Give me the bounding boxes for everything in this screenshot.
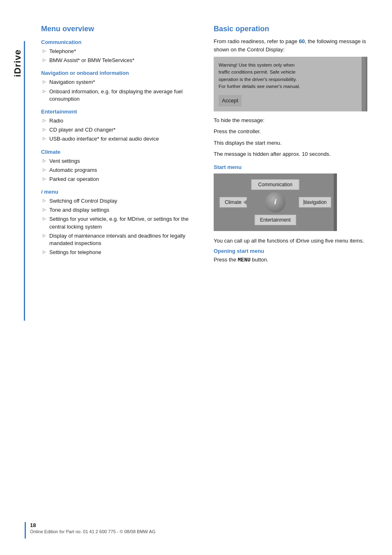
list-item-text: Navigation system* [49, 79, 197, 86]
warning-line2: traffic conditions permit. Safe vehicle [219, 69, 295, 74]
list-item: ▷ Navigation system* [43, 79, 197, 86]
warning-image-block: Warning! Use this system only when traff… [214, 57, 367, 111]
list-item-text: Display of maintenance intervals and dea… [49, 232, 197, 247]
scrollbar-tab [362, 57, 366, 111]
list-item-text: Switching off Control Display [49, 197, 197, 205]
basic-operation-title: Basic operation [214, 25, 367, 33]
left-border-decoration [24, 41, 25, 321]
bullet-icon: ▷ [43, 207, 46, 213]
bullet-icon: ▷ [43, 57, 46, 63]
auto-hide-text: The message is hidden after approx. 10 s… [214, 150, 367, 158]
list-item: ▷ Display of maintenance intervals and d… [43, 232, 197, 247]
bullet-icon: ▷ [43, 158, 46, 164]
list-item: ▷ CD player and CD changer* [43, 126, 197, 134]
imenu-list: ▷ Switching off Control Display ▷ Tone a… [43, 197, 197, 256]
start-menu-diagram: Communication Climate Navigation Enterta… [214, 173, 337, 231]
bullet-icon: ▷ [43, 249, 46, 255]
copyright-text: Online Edition for Part no. 01 41 2 600 … [30, 529, 155, 534]
bullet-icon: ▷ [43, 233, 46, 238]
list-item-text: BMW Assist* or BMW TeleServices* [49, 57, 197, 64]
arrow-left-icon [243, 199, 247, 205]
smd-entertainment-label: Entertainment [255, 215, 296, 225]
idrive-i-letter: i [274, 198, 276, 206]
bullet-icon: ▷ [43, 176, 46, 182]
page-number: 18 [30, 522, 155, 528]
left-column: Menu overview Communication ▷ Telephone*… [41, 25, 197, 268]
page-footer: 18 Online Edition for Part no. 01 41 2 6… [0, 522, 392, 539]
bullet-icon: ▷ [43, 198, 46, 204]
list-item-text: Onboard information, e.g. for displaying… [49, 88, 197, 103]
list-item-text: USB-audio interface* for external audio … [49, 135, 197, 143]
hide-message-label: To hide the message: [214, 116, 367, 125]
displays-start-menu-text: This displays the start menu. [214, 139, 367, 147]
page-container: iDrive Menu overview Communication ▷ Tel… [0, 0, 392, 555]
bullet-icon: ▷ [43, 88, 46, 94]
idrive-center-icon: i [265, 192, 286, 213]
list-item: ▷ Parked car operation [43, 176, 197, 183]
start-menu-heading: Start menu [214, 164, 367, 170]
list-item-text: Automatic programs [49, 166, 197, 174]
bullet-icon: ▷ [43, 216, 46, 222]
bullet-icon: ▷ [43, 167, 46, 173]
intro-text-before-ref: From radio readiness, refer to page [214, 38, 299, 44]
climate-list: ▷ Vent settings ▷ Automatic programs ▷ P… [43, 157, 197, 183]
idrive-vertical-label: iDrive [12, 49, 23, 77]
accept-button-visual: Accept [219, 95, 242, 106]
press-text: Press the [214, 257, 238, 263]
entertainment-list: ▷ Radio ▷ CD player and CD changer* ▷ US… [43, 117, 197, 143]
navigation-heading: Navigation or onboard information [41, 70, 197, 76]
list-item-text: Telephone* [49, 48, 197, 55]
opening-start-menu-text: Press the MENU button. [214, 256, 367, 264]
list-item: ▷ Radio [43, 117, 197, 125]
list-item: ▷ Settings for telephone [43, 249, 197, 256]
list-item: ▷ Onboard information, e.g. for displayi… [43, 88, 197, 103]
list-item: ▷ Settings for your vehicle, e.g. for MD… [43, 215, 197, 230]
list-item: ▷ BMW Assist* or BMW TeleServices* [43, 57, 197, 64]
warning-line4: For further details see owner's manual. [219, 84, 300, 89]
opening-start-menu-heading: Opening start menu [214, 248, 367, 254]
right-column: Basic operation From radio readiness, re… [214, 25, 367, 268]
list-item-text: Settings for telephone [49, 249, 197, 256]
warning-message-box: Warning! Use this system only when traff… [214, 57, 367, 111]
button-text: button. [251, 257, 268, 263]
footer-content: 18 Online Edition for Part no. 01 41 2 6… [30, 522, 155, 534]
press-controller-text: Press the controller. [214, 127, 367, 136]
menu-overview-title: Menu overview [41, 25, 197, 33]
list-item-text: Tone and display settings [49, 206, 197, 214]
list-item: ▷ Switching off Control Display [43, 197, 197, 205]
warning-line1: Warning! Use this system only when [219, 62, 295, 67]
navigation-list: ▷ Navigation system* ▷ Onboard informati… [43, 79, 197, 103]
bullet-icon: ▷ [43, 118, 46, 123]
menu-button-label: MENU [238, 257, 251, 263]
footer-border [25, 522, 26, 539]
bullet-icon: ▷ [43, 136, 46, 141]
list-item: ▷ Automatic programs [43, 166, 197, 174]
list-item-text: Parked car operation [49, 176, 197, 183]
entertainment-heading: Entertainment [41, 109, 197, 115]
list-item-text: Settings for your vehicle, e.g. for MDri… [49, 215, 197, 230]
bullet-icon: ▷ [43, 127, 46, 132]
list-item-text: CD player and CD changer* [49, 126, 197, 134]
climate-heading: Climate [41, 149, 197, 155]
arrow-right-icon [303, 199, 307, 205]
imenu-heading: i menu [41, 189, 197, 195]
list-item: ▷ USB-audio interface* for external audi… [43, 135, 197, 143]
intro-paragraph: From radio readiness, refer to page 60, … [214, 37, 367, 53]
main-content: Menu overview Communication ▷ Telephone*… [41, 25, 367, 268]
bullet-icon: ▷ [43, 48, 46, 54]
smd-climate-label: Climate [219, 197, 247, 208]
communication-list: ▷ Telephone* ▷ BMW Assist* or BMW TeleSe… [43, 48, 197, 64]
page-reference: 60 [299, 38, 304, 44]
warning-line3: operation is the driver's responsibility… [219, 77, 297, 82]
list-item-text: Vent settings [49, 157, 197, 165]
list-item: ▷ Tone and display settings [43, 206, 197, 214]
imenu-menu-label: menu [43, 189, 58, 195]
bullet-icon: ▷ [43, 79, 46, 85]
smd-communication-label: Communication [251, 179, 299, 190]
start-menu-description: You can call up all the functions of iDr… [214, 237, 367, 245]
list-item-text: Radio [49, 117, 197, 125]
list-item: ▷ Telephone* [43, 48, 197, 55]
communication-heading: Communication [41, 39, 197, 45]
list-item: ▷ Vent settings [43, 157, 197, 165]
diagram-scrollbar [334, 173, 337, 231]
